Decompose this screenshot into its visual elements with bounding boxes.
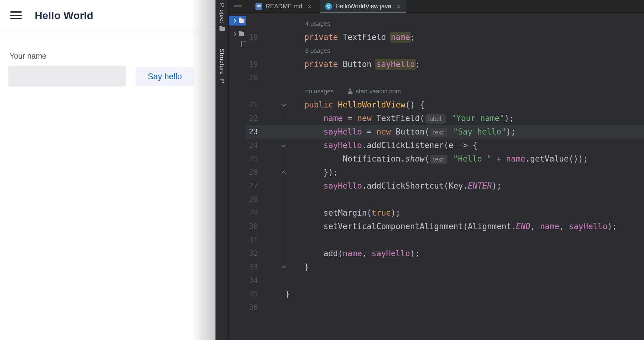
- editor-gutter: 20: [246, 71, 285, 84]
- stripe-structure-button[interactable]: Structure: [215, 49, 228, 83]
- editor-gutter: 27: [246, 179, 285, 193]
- name-input[interactable]: [8, 66, 126, 87]
- structure-icon: [220, 79, 224, 83]
- line-number: 33: [249, 260, 258, 274]
- author-name: start.vaadin.com: [356, 84, 401, 98]
- editor-gutter: 22: [246, 111, 285, 125]
- tool-window-stripe: Project Structure: [215, 0, 229, 340]
- editor-gutter: 24: [246, 139, 285, 152]
- code-line-25[interactable]: 25 Notification.show(text: "Hello " + na…: [246, 152, 644, 166]
- code-line-23[interactable]: 23 sayHello = new Button(text: "Say hell…: [246, 125, 644, 139]
- editor-gutter: 32: [246, 247, 285, 260]
- tab-label: README.md: [266, 3, 302, 10]
- fold-marker-icon[interactable]: [281, 260, 286, 274]
- line-number: 32: [249, 247, 258, 260]
- line-number: 22: [249, 111, 258, 125]
- editor-gutter: 30: [246, 220, 285, 233]
- code-line-31[interactable]: 31: [246, 233, 644, 247]
- java-class-icon: C: [325, 3, 332, 10]
- code-text: sayHello = new Button(text: "Say hello")…: [285, 125, 516, 139]
- code-line-35[interactable]: 35}: [246, 287, 644, 301]
- line-number: 31: [249, 233, 258, 247]
- editor-gutter: 26: [246, 166, 285, 179]
- editor-gutter: 25: [246, 152, 285, 166]
- code-text: name = new TextField(label: "Your name")…: [285, 111, 514, 125]
- code-editor[interactable]: 4 usages18 private TextField name;5 usag…: [246, 13, 644, 340]
- folder-icon: [239, 32, 244, 36]
- project-tree-panel: [229, 0, 246, 340]
- tab-readme-md[interactable]: MD README.md ×: [251, 0, 317, 13]
- markdown-file-icon: MD: [255, 3, 262, 10]
- usages-hint[interactable]: 4 usages: [305, 17, 330, 30]
- line-number: 34: [249, 274, 258, 287]
- code-text: public HelloWorldView() {: [285, 98, 425, 111]
- name-field-label: Your name: [10, 52, 46, 61]
- window-edge-shadow: [191, 0, 215, 340]
- author-icon: [348, 88, 353, 94]
- line-number: 23: [249, 125, 258, 139]
- tree-row[interactable]: [229, 29, 246, 39]
- app-header: Hello World: [0, 0, 215, 31]
- editor-gutter: 33: [246, 260, 285, 274]
- stripe-project-button[interactable]: Project: [215, 3, 228, 31]
- screen: Hello World Your name Say hello Project …: [0, 0, 644, 340]
- code-line-26[interactable]: 26 });: [246, 166, 644, 179]
- line-number: 18: [249, 30, 258, 44]
- tree-row-selected[interactable]: [229, 16, 246, 25]
- code-line-32[interactable]: 32 add(name, sayHello);: [246, 247, 644, 260]
- parameter-name-hint: label:: [425, 114, 446, 123]
- parameter-name-hint: text:: [430, 128, 448, 137]
- editor-gutter: [246, 17, 285, 30]
- editor-rows: 4 usages18 private TextField name;5 usag…: [246, 17, 644, 314]
- menu-toggle-button[interactable]: [10, 11, 22, 20]
- chevron-right-icon: [232, 18, 236, 23]
- editor-gutter: 36: [246, 301, 285, 314]
- chevron-right-icon: [232, 32, 236, 36]
- inlay-hint-row[interactable]: 5 usages: [246, 44, 644, 57]
- code-line-27[interactable]: 27 sayHello.addClickShortcut(Key.ENTER);: [246, 179, 644, 193]
- line-number: 26: [249, 166, 258, 179]
- code-line-36[interactable]: 36: [246, 301, 644, 314]
- code-text: setVerticalComponentAlignment(Alignment.…: [285, 220, 617, 233]
- folder-icon: [239, 19, 244, 23]
- app-title: Hello World: [35, 10, 93, 21]
- close-tab-icon[interactable]: ×: [307, 3, 312, 10]
- tab-helloworldview-java[interactable]: C HelloWorldView.java ×: [320, 0, 406, 13]
- hamburger-icon: [10, 11, 22, 13]
- inlay-hint-row[interactable]: 4 usages: [246, 17, 644, 30]
- code-text: sayHello.addClickShortcut(Key.ENTER);: [285, 179, 501, 193]
- structure-stripe-label: Structure: [219, 49, 225, 75]
- code-text: add(name, sayHello);: [285, 247, 420, 260]
- code-line-34[interactable]: 34: [246, 274, 644, 287]
- editor-gutter: [246, 84, 285, 98]
- fold-marker-icon[interactable]: [281, 139, 286, 152]
- project-stripe-label: Project: [219, 3, 225, 23]
- inlay-hint-row[interactable]: no usagesstart.vaadin.com: [246, 84, 644, 98]
- line-number: 28: [249, 193, 258, 206]
- editor-tab-bar: MD README.md × C HelloWorldView.java ×: [229, 0, 644, 13]
- code-line-24[interactable]: 24 sayHello.addClickListener(e -> {: [246, 139, 644, 152]
- editor-gutter: 35: [246, 287, 285, 301]
- code-line-29[interactable]: 29 setMargin(true);: [246, 206, 644, 220]
- code-line-20[interactable]: 20: [246, 71, 644, 84]
- close-tab-icon[interactable]: ×: [397, 3, 401, 10]
- code-line-33[interactable]: 33 }: [246, 260, 644, 274]
- line-number: 20: [249, 71, 258, 84]
- code-text: setMargin(true);: [285, 206, 401, 220]
- hide-tool-window-button[interactable]: [234, 6, 242, 6]
- fold-marker-icon[interactable]: [281, 166, 286, 179]
- fold-marker-icon[interactable]: [281, 98, 286, 111]
- line-number: 25: [249, 152, 258, 166]
- code-line-19[interactable]: 19 private Button sayHello;: [246, 57, 644, 71]
- code-line-22[interactable]: 22 name = new TextField(label: "Your nam…: [246, 111, 644, 125]
- code-author-hint[interactable]: start.vaadin.com: [348, 84, 401, 98]
- editor-gutter: 19: [246, 57, 285, 71]
- code-line-28[interactable]: 28: [246, 193, 644, 206]
- code-line-21[interactable]: 21 public HelloWorldView() {: [246, 98, 644, 111]
- vaadin-app-window: Hello World Your name Say hello: [0, 0, 215, 340]
- usages-hint[interactable]: no usages: [305, 84, 334, 98]
- code-line-30[interactable]: 30 setVerticalComponentAlignment(Alignme…: [246, 220, 644, 233]
- usages-hint[interactable]: 5 usages: [305, 44, 330, 57]
- code-line-18[interactable]: 18 private TextField name;: [246, 30, 644, 44]
- say-hello-button[interactable]: Say hello: [136, 67, 194, 86]
